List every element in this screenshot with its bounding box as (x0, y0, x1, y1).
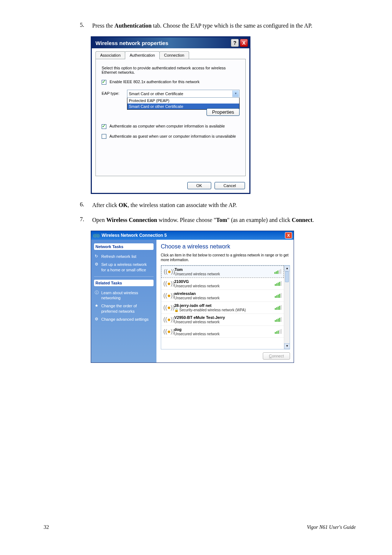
auth-as-guest-row: Authenticate as guest when user or compu… (102, 134, 240, 139)
step-text: Open Wireless Connection window. Please … (92, 216, 346, 224)
instruction-step-5: 5. Press the Authentication tab. Choose … (80, 22, 356, 30)
enable-8021x-row: Enable IEEE 802.1x authentication for th… (102, 80, 240, 85)
step-number: 5. (80, 22, 91, 28)
close-button[interactable]: X (240, 39, 248, 47)
tab-connection[interactable]: Connection (159, 51, 189, 59)
network-info: dogUnsecured wireless network (174, 327, 271, 336)
footer-text: Vigor N61 User's Guide (307, 524, 356, 530)
tab-content: Select this option to provide authentica… (95, 59, 246, 176)
instruction-step-7: 7. Open Wireless Connection window. Plea… (80, 216, 356, 224)
network-name: wirelesslan (174, 291, 271, 296)
tab-association[interactable]: Association (95, 51, 125, 59)
network-status: Unsecured wireless network (174, 284, 271, 288)
network-info: TomUnsecured wireless network (175, 267, 271, 276)
enable-8021x-checkbox[interactable] (102, 80, 106, 85)
step-text: Press the Authentication tab. Choose the… (92, 22, 346, 30)
close-button[interactable]: X (285, 232, 292, 239)
network-item[interactable]: ((●))TomUnsecured wireless network (161, 266, 284, 278)
auth-as-guest-checkbox[interactable] (102, 134, 106, 139)
title-text: Wireless network properties (93, 40, 230, 46)
signal-icon (271, 281, 282, 287)
eap-type-dropdown[interactable]: Smart Card or other Certificate ▼ (127, 90, 240, 98)
enable-8021x-label: Enable IEEE 802.1x authentication for th… (110, 80, 200, 84)
star-icon: ★ (95, 303, 100, 308)
eap-type-label: EAP type: (102, 90, 127, 96)
step-text: After click OK, the wireless station can… (92, 201, 346, 209)
scroll-thumb[interactable] (285, 271, 289, 282)
setup-icon: ⚙ (95, 262, 100, 267)
network-item[interactable]: ((●))V2950-BT eMule Test-JerryUnsecured … (161, 314, 284, 326)
wifi-icon: ((●)) (163, 316, 174, 323)
help-icon: ? (233, 40, 237, 46)
network-info: V2950-BT eMule Test-JerryUnsecured wirel… (174, 315, 271, 324)
main-panel: Choose a wireless network Click an item … (156, 240, 294, 362)
help-button[interactable]: ? (231, 39, 239, 47)
auth-as-computer-label: Authenticate as computer when computer i… (109, 124, 225, 128)
network-info: 2100VGUnsecured wireless network (174, 279, 271, 288)
page-number: 32 (44, 524, 49, 530)
network-status: Unsecured wireless network (174, 296, 271, 300)
gear-icon: ⚙ (95, 316, 100, 321)
antenna-icon: ((i)) (93, 233, 99, 238)
network-item[interactable]: ((●))2100VGUnsecured wireless network (161, 278, 284, 290)
sidebar-link-refresh[interactable]: ↻Refresh network list (94, 253, 154, 260)
info-icon: ⓘ (95, 290, 100, 295)
wifi-icon: ((●)) (164, 268, 175, 275)
eap-type-row: EAP type: Smart Card or other Certificat… (102, 90, 240, 116)
close-icon: X (287, 233, 290, 238)
auth-as-guest-label: Authenticate as guest when user or compu… (109, 134, 236, 138)
connect-row: Connect (161, 349, 290, 360)
sidebar-link-advanced[interactable]: ⚙Change advanced settings (94, 316, 154, 323)
signal-icon (271, 293, 282, 299)
sidebar-link-learn[interactable]: ⓘLearn about wireless networking (94, 289, 154, 302)
lock-icon: 🔒 (174, 308, 179, 312)
step-number: 6. (80, 201, 91, 208)
intro-text: Select this option to provide authentica… (102, 66, 240, 74)
wireless-properties-dialog: Wireless network properties ? X Associat… (91, 36, 250, 194)
dialog-body: Network Tasks ↻Refresh network list ⚙Set… (91, 240, 294, 362)
network-info: wirelesslanUnsecured wireless network (174, 291, 271, 300)
titlebar: ((i)) Wireless Network Connection 5 X (91, 231, 294, 240)
signal-icon (271, 305, 282, 311)
network-status: Unsecured wireless network (175, 272, 271, 276)
network-status: 🔒Security-enabled wireless network (WPA) (174, 308, 271, 312)
titlebar: Wireless network properties ? X (92, 37, 249, 48)
wifi-icon: ((●)) (163, 292, 174, 299)
divider (94, 276, 154, 277)
instruction-step-6: 6. After click OK, the wireless station … (80, 201, 356, 209)
network-item[interactable]: ((●))dogUnsecured wireless network (161, 326, 284, 338)
sidebar-heading-network-tasks: Network Tasks (94, 243, 154, 250)
sidebar-link-setup[interactable]: ⚙Set up a wireless network for a home or… (94, 261, 154, 274)
auth-as-computer-checkbox[interactable] (102, 124, 106, 129)
connect-button[interactable]: Connect (263, 352, 290, 360)
network-status: Unsecured wireless network (174, 332, 271, 336)
sidebar-heading-related-tasks: Related Tasks (94, 280, 154, 286)
tab-authentication[interactable]: Authentication (125, 51, 160, 59)
auth-as-computer-row: Authenticate as computer when computer i… (102, 124, 240, 129)
network-item[interactable]: ((●))28-jerry-isdn off net🔒Security-enab… (161, 302, 284, 314)
signal-icon (271, 269, 281, 275)
chevron-down-icon: ▼ (232, 90, 239, 97)
scrollbar[interactable]: ▲ ▼ (284, 266, 290, 349)
title-text: Wireless Network Connection 5 (99, 233, 285, 238)
properties-button[interactable]: Properties (207, 108, 240, 116)
eap-option-peap[interactable]: Protected EAP (PEAP) (127, 98, 239, 104)
network-list[interactable]: ((●))TomUnsecured wireless network((●))2… (161, 265, 290, 349)
network-status: Unsecured wireless network (174, 320, 271, 324)
ok-button[interactable]: OK (187, 182, 211, 189)
scroll-up-icon[interactable]: ▲ (284, 266, 290, 271)
tab-strip: Association Authentication Connection (95, 51, 249, 59)
network-name: V2950-BT eMule Test-Jerry (174, 315, 271, 320)
sidebar-link-order[interactable]: ★Change the order of preferred networks (94, 302, 154, 315)
network-name: dog (174, 327, 271, 332)
network-item[interactable]: ((●))wirelesslanUnsecured wireless netwo… (161, 290, 284, 302)
signal-icon (271, 317, 282, 323)
network-name: 2100VG (174, 279, 271, 284)
cancel-button[interactable]: Cancel (215, 182, 245, 189)
network-info: 28-jerry-isdn off net🔒Security-enabled w… (174, 303, 271, 312)
main-heading: Choose a wireless network (161, 243, 290, 250)
wireless-connection-dialog: ((i)) Wireless Network Connection 5 X Ne… (91, 231, 294, 363)
wifi-icon: ((●)) (163, 304, 174, 311)
wifi-icon: ((●)) (163, 328, 174, 335)
scroll-down-icon[interactable]: ▼ (284, 343, 290, 349)
